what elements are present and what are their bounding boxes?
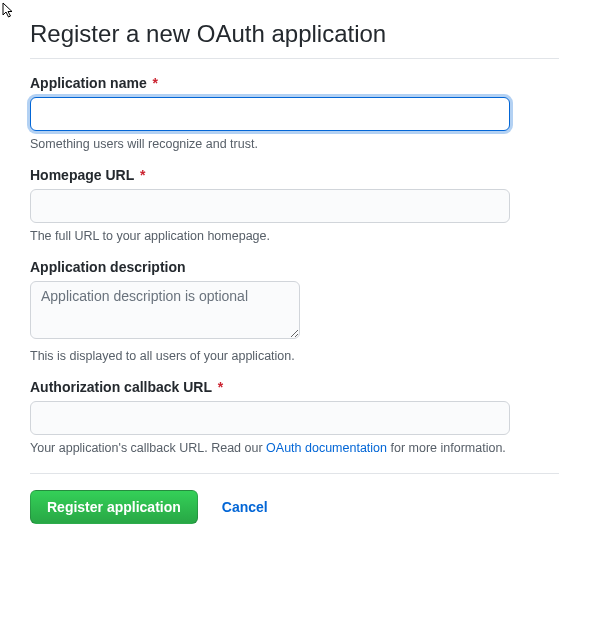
callback-url-label: Authorization callback URL * [30,379,559,395]
required-asterisk: * [153,75,158,91]
field-application-name: Application name * Something users will … [30,75,559,151]
application-description-input[interactable] [30,281,300,339]
required-asterisk: * [218,379,223,395]
field-homepage-url: Homepage URL * The full URL to your appl… [30,167,559,243]
application-description-hint: This is displayed to all users of your a… [30,349,559,363]
application-name-input[interactable] [30,97,510,131]
application-name-label: Application name * [30,75,559,91]
application-name-hint: Something users will recognize and trust… [30,137,559,151]
required-asterisk: * [140,167,145,183]
field-callback-url: Authorization callback URL * Your applic… [30,379,559,455]
homepage-url-label: Homepage URL * [30,167,559,183]
page-title: Register a new OAuth application [30,20,559,59]
register-application-button[interactable]: Register application [30,490,198,524]
application-description-label: Application description [30,259,559,275]
mouse-cursor-icon [2,2,16,20]
callback-url-input[interactable] [30,401,510,435]
homepage-url-input[interactable] [30,189,510,223]
callback-url-hint: Your application's callback URL. Read ou… [30,441,559,455]
cancel-button[interactable]: Cancel [222,499,268,515]
form-actions: Register application Cancel [30,473,559,524]
field-application-description: Application description This is displaye… [30,259,559,363]
oauth-documentation-link[interactable]: OAuth documentation [266,441,387,455]
homepage-url-hint: The full URL to your application homepag… [30,229,559,243]
